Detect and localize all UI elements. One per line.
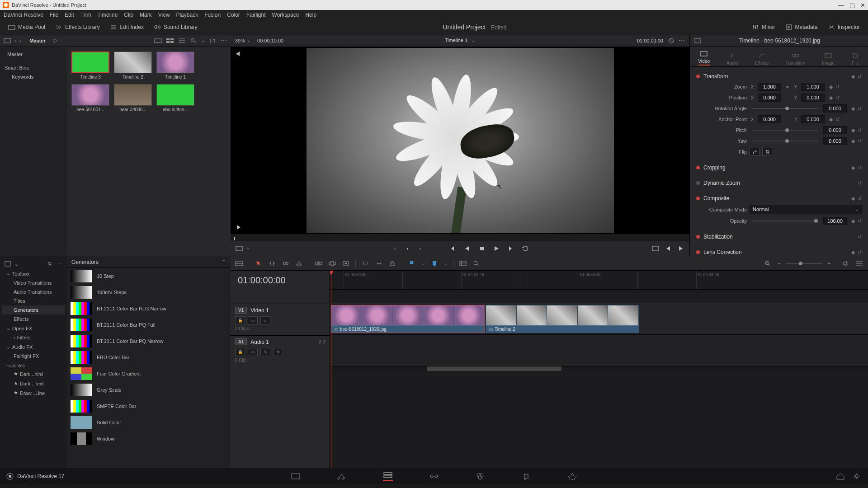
collapse-icon[interactable]: ⌃	[222, 259, 226, 265]
bin-keywords[interactable]: Keywords	[5, 72, 62, 81]
clip-item[interactable]: abo button...	[156, 84, 194, 112]
media-page-button[interactable]	[291, 472, 301, 481]
solo-button[interactable]: S	[260, 348, 270, 356]
section-composite[interactable]: Composite ◆↺	[696, 193, 862, 203]
generator-item[interactable]: Solid Color	[67, 414, 231, 431]
generator-item[interactable]: EBU Color Bar	[67, 349, 231, 366]
menu-trim[interactable]: Trim	[80, 12, 91, 18]
generator-item[interactable]: Four Color Gradient	[67, 366, 231, 382]
blade-tool-icon[interactable]	[295, 260, 303, 267]
section-cropping[interactable]: Cropping ◆↺	[696, 163, 862, 173]
fx-list-header[interactable]: Generators ⌃	[67, 256, 231, 268]
tab-video[interactable]: Video	[698, 50, 710, 66]
color-page-button[interactable]	[475, 472, 485, 481]
loop-icon[interactable]	[521, 245, 529, 252]
plus-icon[interactable]: +	[828, 261, 830, 266]
insert-icon[interactable]	[315, 260, 323, 267]
bin-master[interactable]: Master	[5, 50, 62, 59]
zoom-x-field[interactable]	[758, 83, 781, 91]
fusion-page-button[interactable]	[429, 472, 439, 481]
view-grid-icon[interactable]	[166, 37, 174, 44]
visible-button[interactable]: ▭	[260, 316, 270, 324]
composite-mode-select[interactable]: Normal⌄	[750, 205, 862, 214]
generator-item[interactable]: Grey Scale	[67, 382, 231, 398]
cat-video-transitions[interactable]: Video Transitions	[2, 278, 65, 287]
deliver-page-button[interactable]	[567, 472, 577, 481]
timeline-scrollbar[interactable]	[330, 366, 868, 371]
auto-select-button[interactable]: ▭	[248, 316, 258, 324]
timeline-timecode[interactable]: 01:00:00:00	[231, 271, 330, 290]
section-lens-correction[interactable]: Lens Correction ◆↺	[696, 247, 862, 256]
menu-view[interactable]: View	[158, 12, 170, 18]
generator-item[interactable]: SMPTE Color Bar	[67, 398, 231, 414]
tab-audio[interactable]: Audio	[726, 52, 738, 66]
flip-v-button[interactable]: ⇅	[762, 148, 772, 156]
cat-filters[interactable]: › Filters	[2, 333, 65, 342]
viewer-timecode[interactable]: 01:00:00:00	[637, 38, 663, 43]
index-icon[interactable]	[459, 260, 467, 267]
generator-item[interactable]: BT.2111 Color Bar HLG Narrow	[67, 300, 231, 317]
overwrite-icon[interactable]	[328, 260, 336, 267]
lock-icon[interactable]	[388, 260, 396, 267]
a1-badge[interactable]: A1	[235, 338, 247, 345]
viewer-timeline-name[interactable]: Timeline 1	[445, 38, 467, 43]
yaw-slider[interactable]	[752, 141, 818, 141]
cut-page-button[interactable]	[337, 472, 347, 481]
mute-button[interactable]: M	[273, 348, 283, 356]
fav-2[interactable]: ★ Dark...Text	[2, 379, 65, 388]
metadata-button[interactable]: Metadata	[783, 23, 821, 32]
more-icon[interactable]: ⋯	[57, 261, 62, 267]
tab-file[interactable]: File	[851, 52, 859, 66]
auto-select-button[interactable]: ▭	[248, 348, 258, 356]
bin-color-dot[interactable]	[53, 39, 57, 42]
menu-workspace[interactable]: Workspace	[272, 12, 299, 18]
close-button[interactable]: ✕	[860, 2, 865, 9]
kf-icon[interactable]: ◆	[829, 84, 833, 90]
audio-lane[interactable]	[330, 335, 868, 366]
marker-chevron[interactable]: ⌄	[444, 261, 448, 266]
expand-icon[interactable]	[694, 38, 701, 43]
section-transform[interactable]: Transform ◆↺	[696, 71, 862, 81]
audio-icon[interactable]	[842, 260, 850, 267]
view-list-icon[interactable]	[178, 37, 186, 44]
reset-icon[interactable]: ↺	[858, 74, 862, 80]
timeline-clip[interactable]: ▭bee-5618012_1920.jpg	[331, 305, 485, 333]
edit-page-button[interactable]	[383, 472, 393, 481]
maximize-button[interactable]: ▢	[849, 2, 855, 9]
view-filmstrip-icon[interactable]	[154, 37, 162, 44]
inspector-more-icon[interactable]: ⋯	[859, 38, 863, 43]
more-icon[interactable]: ⋯	[221, 37, 227, 44]
next-edit-icon[interactable]: ›	[416, 245, 425, 252]
first-frame-icon[interactable]	[449, 245, 457, 252]
tab-effects[interactable]: Effects	[755, 52, 769, 66]
playhead[interactable]	[331, 271, 331, 468]
viewer-mode-icon[interactable]	[235, 245, 243, 252]
play-icon[interactable]	[492, 245, 500, 252]
goto-in-icon[interactable]	[664, 245, 672, 252]
link-icon[interactable]	[375, 260, 383, 267]
search-icon[interactable]	[189, 37, 198, 44]
prev-edit-icon[interactable]: ‹	[391, 245, 399, 252]
pos-x-field[interactable]	[758, 94, 781, 102]
mixer-button[interactable]: Mixer	[749, 23, 778, 32]
dynamic-trim-icon[interactable]	[282, 260, 290, 267]
viewer-canvas[interactable]: ↖	[231, 47, 689, 234]
trim-tool-icon[interactable]	[268, 260, 276, 267]
timeline-options-icon[interactable]	[855, 260, 863, 267]
anchor-x-field[interactable]	[758, 115, 781, 123]
cat-toolbox[interactable]: ⌄Toolbox	[2, 269, 65, 278]
zoom-out-icon[interactable]	[764, 260, 772, 267]
pitch-field[interactable]	[823, 126, 847, 134]
tab-transition[interactable]: Transition	[786, 52, 806, 66]
cat-audio-transitions[interactable]: Audio Transitions	[2, 287, 65, 296]
timeline-view-icon[interactable]	[235, 260, 243, 267]
keyframe-icon[interactable]: ◆	[851, 74, 855, 80]
minus-icon[interactable]: −	[778, 261, 780, 266]
generator-item[interactable]: Window	[67, 431, 231, 447]
cat-generators[interactable]: Generators	[2, 305, 65, 314]
effects-library-button[interactable]: Effects Library	[52, 23, 102, 32]
timeline-chevron-icon[interactable]: ⌄	[472, 38, 476, 43]
panel-icon[interactable]	[5, 261, 11, 267]
video-lane[interactable]: ▭bee-5618012_1920.jpg▭Timeline 2	[330, 303, 868, 335]
menu-fairlight[interactable]: Fairlight	[246, 12, 266, 18]
